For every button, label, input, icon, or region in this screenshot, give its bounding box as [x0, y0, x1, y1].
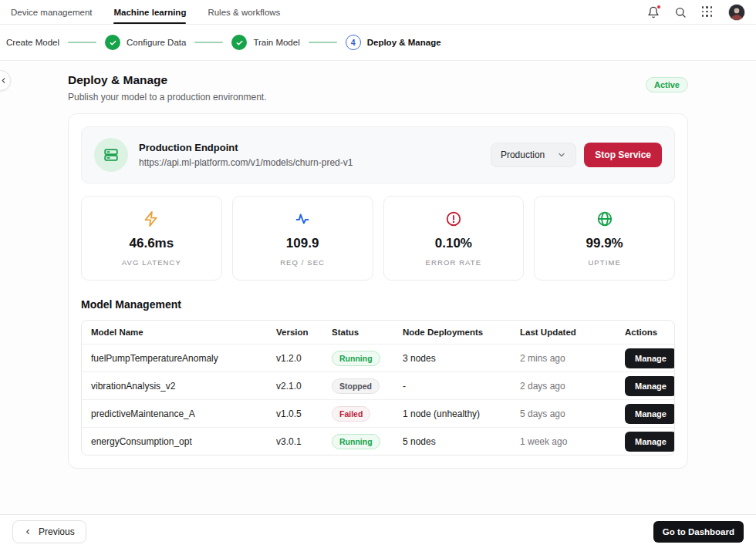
top-nav: Device management Machine learning Rules… [0, 0, 756, 25]
col-node-deployments: Node Deployments [403, 328, 520, 337]
previous-button[interactable]: Previous [12, 520, 86, 543]
table-row: fuelPumpTemperatureAnomaly v1.2.0 Runnin… [82, 344, 674, 371]
last-updated: 1 week ago [520, 436, 625, 447]
step-number-badge: 4 [346, 35, 361, 50]
status-badge: Failed [332, 406, 370, 422]
step-label: Deploy & Manage [367, 38, 441, 47]
table-row: vibrationAnalysis_v2 v2.1.0 Stopped - 2 … [82, 371, 674, 399]
model-table: Model Name Version Status Node Deploymen… [81, 320, 675, 456]
table-row: energyConsumption_opt v3.0.1 Running 5 n… [82, 427, 674, 455]
apps-grid-icon[interactable] [701, 6, 714, 18]
user-avatar[interactable] [728, 4, 745, 21]
model-version: v3.0.1 [276, 436, 332, 447]
footer-bar: Previous Go to Dashboard [0, 514, 756, 548]
chevron-down-icon [557, 150, 566, 160]
tab-machine-learning[interactable]: Machine learning [113, 0, 186, 24]
nav-tabs: Device management Machine learning Rules… [11, 0, 280, 24]
lightning-icon [82, 210, 221, 227]
table-row: predictiveMaintenance_A v1.0.5 Failed 1 … [82, 399, 674, 427]
wizard-stepper: Create Model Configure Data Train Model … [0, 25, 756, 61]
go-to-dashboard-button[interactable]: Go to Dashboard [653, 521, 744, 543]
step-create-model[interactable]: Create Model [6, 38, 59, 47]
step-connector [194, 42, 223, 43]
node-deployments: - [403, 381, 520, 392]
endpoint-url: https://api.ml-platform.com/v1/models/ch… [139, 157, 353, 168]
bell-icon[interactable] [647, 6, 660, 18]
production-endpoint-panel: Production Endpoint https://api.ml-platf… [81, 126, 675, 183]
stop-service-button[interactable]: Stop Service [584, 143, 662, 167]
manage-button[interactable]: Manage [625, 348, 675, 368]
metric-value: 0.10% [384, 236, 524, 251]
node-deployments: 3 nodes [403, 353, 520, 364]
step-label: Configure Data [127, 38, 186, 47]
model-version: v1.0.5 [276, 408, 332, 419]
tab-rules-workflows[interactable]: Rules & workflows [208, 0, 280, 24]
previous-label: Previous [39, 526, 75, 537]
metric-label: AVG LATENCY [82, 258, 221, 267]
model-name: energyConsumption_opt [91, 436, 276, 447]
metric-label: ERROR RATE [384, 258, 524, 267]
step-deploy-manage[interactable]: 4 Deploy & Manage [346, 35, 441, 50]
check-circle-icon [231, 35, 247, 50]
last-updated: 2 mins ago [520, 353, 625, 364]
environment-select[interactable]: Production [491, 143, 576, 167]
page-subtitle: Publish your model to a production envir… [68, 92, 266, 103]
status-badge: Active [646, 77, 688, 92]
node-deployments: 5 nodes [403, 436, 520, 447]
model-version: v2.1.0 [276, 381, 332, 392]
metric-error-rate: 0.10% ERROR RATE [383, 196, 525, 281]
node-deployments: 1 node (unhealthy) [403, 408, 520, 419]
manage-button[interactable]: Manage [625, 432, 675, 452]
col-actions: Actions [625, 328, 667, 337]
tab-device-management[interactable]: Device management [11, 0, 92, 24]
alert-circle-icon [384, 210, 524, 227]
col-last-updated: Last Updated [520, 328, 625, 337]
model-name: predictiveMaintenance_A [91, 408, 276, 419]
step-connector [309, 42, 337, 43]
status-badge: Running [332, 351, 380, 366]
metric-value: 99.9% [535, 236, 674, 251]
metric-avg-latency: 46.6ms AVG LATENCY [81, 196, 222, 281]
status-badge: Stopped [332, 378, 380, 394]
model-management-title: Model Management [81, 298, 675, 311]
col-version: Version [276, 328, 332, 337]
notification-dot [656, 5, 661, 9]
page-title: Deploy & Manage [68, 73, 266, 87]
nav-actions [647, 4, 745, 21]
table-header-row: Model Name Version Status Node Deploymen… [82, 321, 674, 344]
manage-button[interactable]: Manage [625, 404, 675, 424]
metric-uptime: 99.9% UPTIME [534, 196, 675, 281]
endpoint-title: Production Endpoint [139, 142, 353, 153]
search-icon[interactable] [674, 6, 687, 18]
activity-icon [233, 210, 373, 227]
metric-label: UPTIME [535, 258, 674, 267]
status-badge: Running [332, 434, 380, 449]
last-updated: 5 days ago [520, 408, 625, 419]
step-train-model[interactable]: Train Model [231, 35, 299, 50]
chevron-left-icon [24, 528, 32, 536]
model-name: fuelPumpTemperatureAnomaly [91, 353, 276, 364]
server-icon [94, 138, 128, 172]
metric-req-sec: 109.9 REQ / SEC [232, 196, 373, 281]
step-label: Create Model [6, 38, 59, 47]
col-status: Status [332, 328, 403, 337]
metric-label: REQ / SEC [233, 258, 373, 267]
last-updated: 2 days ago [520, 381, 625, 392]
step-connector [68, 42, 96, 43]
metric-value: 46.6ms [82, 236, 221, 251]
globe-icon [535, 210, 674, 227]
metric-cards: 46.6ms AVG LATENCY 109.9 REQ / SEC 0.10%… [81, 196, 675, 281]
metric-value: 109.9 [233, 236, 373, 251]
step-configure-data[interactable]: Configure Data [105, 35, 186, 50]
model-version: v1.2.0 [276, 353, 332, 364]
step-label: Train Model [253, 38, 299, 47]
col-model-name: Model Name [91, 328, 276, 337]
deploy-card: Production Endpoint https://api.ml-platf… [68, 113, 688, 469]
check-circle-icon [105, 35, 120, 50]
main-content: Deploy & Manage Publish your model to a … [0, 62, 756, 514]
environment-selected-value: Production [501, 150, 545, 160]
page-header: Deploy & Manage Publish your model to a … [0, 62, 756, 103]
manage-button[interactable]: Manage [625, 376, 675, 396]
model-name: vibrationAnalysis_v2 [91, 381, 276, 392]
